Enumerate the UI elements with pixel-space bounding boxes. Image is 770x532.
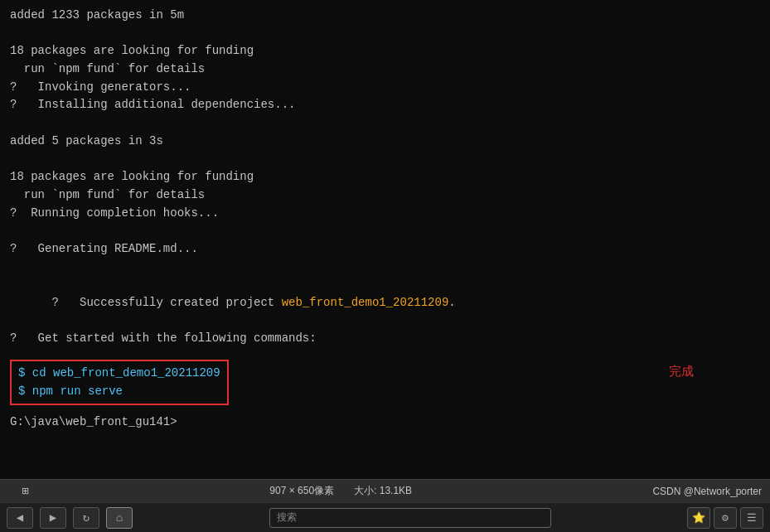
terminal-line-empty xyxy=(10,151,760,169)
terminal-line: run `npm fund` for details xyxy=(10,60,760,79)
prompt-line: G:\java\web_front_gu141> xyxy=(10,414,760,432)
address-bar[interactable]: 搜索 xyxy=(269,508,551,528)
terminal-area: added 1233 packages in 5m 18 packages ar… xyxy=(0,0,770,479)
success-text-suffix: . xyxy=(448,296,455,309)
success-text-prefix: ? Successfully created project xyxy=(51,296,281,309)
terminal-line: ? Get started with the following command… xyxy=(10,330,760,348)
terminal-line: 18 packages are looking for funding xyxy=(10,168,760,186)
terminal-line-empty xyxy=(10,25,760,43)
statusbar-brand: CSDN @Network_porter xyxy=(652,486,762,497)
taskbar-refresh-button[interactable]: ↻ xyxy=(73,507,99,529)
window-container: added 1233 packages in 5m 18 packages ar… xyxy=(0,0,770,532)
statusbar-icon-square: ⊞ xyxy=(22,486,29,496)
taskbar-forward-button[interactable]: ▶ xyxy=(40,507,66,529)
terminal-line: added 1233 packages in 5m xyxy=(10,7,760,25)
terminal-line: ? Running completion hooks... xyxy=(10,205,760,223)
highlight-line-2: $ npm run serve xyxy=(18,383,220,401)
taskbar-center: 搜索 xyxy=(139,508,680,528)
terminal-line: added 5 packages in 3s xyxy=(10,133,760,151)
taskbar-icon-1[interactable]: ⭐ xyxy=(687,507,710,529)
taskbar-right-group: ⭐ ⚙ ☰ xyxy=(687,507,763,529)
statusbar-dimensions: 907 × 650像素 xyxy=(269,484,334,498)
taskbar: ◀ ▶ ↻ ⌂ 搜索 ⭐ ⚙ ☰ xyxy=(0,502,770,532)
statusbar: ⊞ 907 × 650像素 大小: 13.1KB CSDN @Network_p… xyxy=(0,479,770,502)
terminal-line-empty xyxy=(10,259,760,277)
taskbar-icon-3[interactable]: ☰ xyxy=(740,507,763,529)
taskbar-home-button[interactable]: ⌂ xyxy=(106,507,133,529)
taskbar-icon-2[interactable]: ⚙ xyxy=(714,507,737,529)
terminal-line: 18 packages are looking for funding xyxy=(10,42,760,60)
taskbar-back-button[interactable]: ◀ xyxy=(7,507,33,529)
highlight-commands-box: $ cd web_front_demo1_20211209 $ npm run … xyxy=(10,360,229,405)
terminal-line-empty xyxy=(10,114,760,133)
terminal-line: run `npm fund` for details xyxy=(10,186,760,205)
address-text: 搜索 xyxy=(277,510,297,525)
terminal-line: ? Invoking generators... xyxy=(10,79,760,97)
terminal-line: ? Installing additional dependencies... xyxy=(10,96,760,114)
highlight-line-1: $ cd web_front_demo1_20211209 xyxy=(18,365,220,383)
project-name: web_front_demo1_20211209 xyxy=(282,296,449,309)
terminal-line-empty xyxy=(10,222,760,240)
terminal-line: ? Generating README.md... xyxy=(10,240,760,259)
terminal-success-line: ? Successfully created project web_front… xyxy=(10,276,760,330)
statusbar-left: ⊞ xyxy=(8,486,29,496)
statusbar-right: CSDN @Network_porter xyxy=(652,486,762,497)
kansei-label: 完成 xyxy=(669,361,694,380)
statusbar-filesize: 大小: 13.1KB xyxy=(354,484,412,498)
